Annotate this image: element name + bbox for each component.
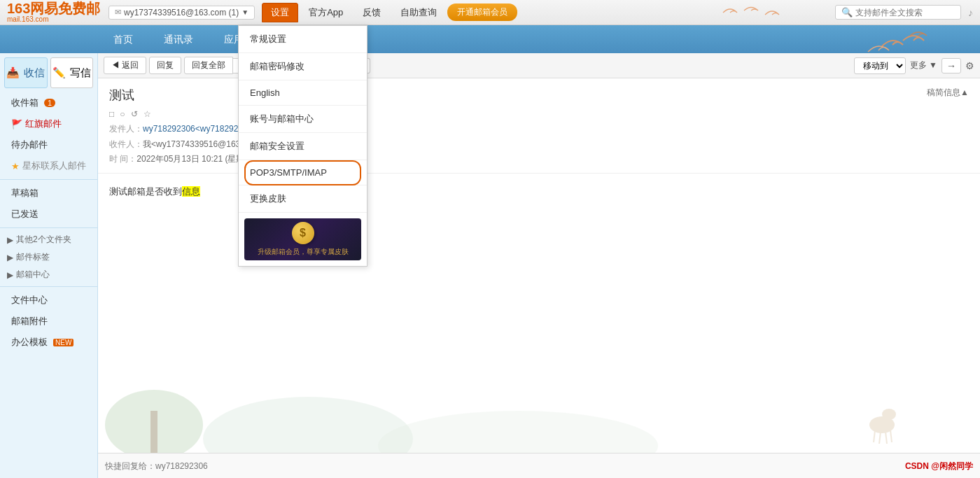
compose-label: 写信 bbox=[70, 66, 91, 80]
header-nav-help[interactable]: 自助查询 bbox=[391, 3, 446, 22]
inbox-label: 收信 bbox=[24, 66, 45, 80]
svg-point-2 bbox=[203, 397, 413, 453]
settings-dropdown: 常规设置 邮箱密码修改 English 账号与邮箱中心 邮箱安全设置 POP3/… bbox=[238, 25, 368, 267]
settings-icon[interactable]: ⚙ bbox=[965, 60, 974, 71]
sidebar-item-todo[interactable]: 待办邮件 bbox=[0, 134, 97, 155]
main-nav: 首页 通讯录 应用中心 未读邮件 bbox=[0, 25, 980, 53]
logo-163: 163网易免费邮 bbox=[7, 1, 100, 15]
main-nav-contacts[interactable]: 通讯录 bbox=[148, 25, 209, 53]
toolbar-right: 移动到 更多 ▼ → ⚙ bbox=[854, 57, 974, 74]
reply-all-button[interactable]: 回复全部 bbox=[184, 57, 233, 74]
search-box[interactable]: 🔍 bbox=[835, 5, 961, 20]
sidebar-templates-label: 办公模板 bbox=[11, 336, 48, 349]
logo: 163网易免费邮 mail.163.com bbox=[7, 1, 105, 23]
svg-point-4 bbox=[869, 416, 895, 433]
birds-decoration bbox=[716, 2, 828, 23]
sidebar-inbox-label: 收件箱 bbox=[11, 97, 38, 109]
dropdown-item-english[interactable]: English bbox=[239, 80, 367, 106]
sidebar-item-templates[interactable]: 办公模板 NEW bbox=[0, 332, 97, 353]
chevron-right-icon-3: ▶ bbox=[7, 270, 13, 280]
sidebar-new-badge: NEW bbox=[53, 339, 74, 346]
main-nav-home[interactable]: 首页 bbox=[98, 25, 148, 53]
sidebar-item-drafts[interactable]: 草稿箱 bbox=[0, 183, 97, 204]
logo-subtitle: mail.163.com bbox=[7, 15, 100, 23]
star-icon: ★ bbox=[11, 161, 20, 171]
sidebar-item-labels[interactable]: ▶ 邮件标签 bbox=[0, 248, 97, 266]
time-label: 时 间： bbox=[109, 154, 136, 164]
email-body-text-before: 测试邮箱是否收到 bbox=[109, 186, 182, 197]
folder-select[interactable]: 移动到 bbox=[854, 57, 906, 74]
email-action-icon-refresh[interactable]: ↺ bbox=[131, 109, 138, 119]
sidebar-item-other-folders[interactable]: ▶ 其他2个文件夹 bbox=[0, 231, 97, 248]
email-action-icon-flag[interactable]: ○ bbox=[120, 109, 125, 119]
dropdown-item-general[interactable]: 常规设置 bbox=[239, 26, 367, 53]
email-action-icon-checkbox[interactable]: □ bbox=[109, 109, 114, 119]
sidebar-item-attachments[interactable]: 邮箱附件 bbox=[0, 311, 97, 332]
email-header: 测试 □ ○ ↺ ☆ 发件人：wy718292306<wy718292306@1… bbox=[98, 78, 980, 174]
sidebar-item-star-contacts[interactable]: ★ 星标联系人邮件 bbox=[0, 155, 97, 176]
search-input[interactable] bbox=[855, 8, 953, 17]
header-email-display[interactable]: ✉ wy17374339516@163.com (1) ▼ bbox=[108, 6, 255, 20]
svg-line-8 bbox=[886, 432, 887, 444]
svg-point-5 bbox=[882, 409, 896, 420]
dropdown-item-security[interactable]: 邮箱安全设置 bbox=[239, 133, 367, 160]
inbox-btn[interactable]: 📥 收信 bbox=[4, 57, 48, 88]
header-nav: 设置 官方App 反馈 自助查询 开通邮箱会员 bbox=[262, 3, 517, 22]
header-right: 🔍 ♪ bbox=[716, 2, 973, 23]
toolbar-more-label[interactable]: 更多 ▼ bbox=[910, 59, 937, 71]
promo-text: 升级邮箱会员，尊享专属皮肤 bbox=[258, 247, 349, 257]
dropdown-item-password[interactable]: 邮箱密码修改 bbox=[239, 53, 367, 80]
quick-reply-input[interactable] bbox=[105, 461, 973, 471]
sidebar-item-sent[interactable]: 已发送 bbox=[0, 204, 97, 225]
sidebar-file-center-label: 文件中心 bbox=[11, 294, 48, 307]
quick-reply-bar bbox=[98, 453, 980, 478]
svg-point-0 bbox=[105, 390, 203, 453]
sidebar-sent-label: 已发送 bbox=[11, 208, 38, 220]
compose-icon: ✏️ bbox=[52, 66, 66, 79]
email-info-link[interactable]: 稿简信息▲ bbox=[927, 87, 969, 99]
header-nav-settings[interactable]: 设置 bbox=[262, 3, 298, 22]
sidebar-sep-2 bbox=[0, 227, 97, 228]
sidebar-inbox-badge: 1 bbox=[44, 99, 55, 107]
reply-button[interactable]: 回复 bbox=[149, 57, 181, 74]
header-nav-feedback[interactable]: 反馈 bbox=[354, 3, 390, 22]
dropdown-skin-promo[interactable]: $ 升级邮箱会员，尊享专属皮肤 bbox=[239, 213, 367, 266]
dropdown-item-pop3[interactable]: POP3/SMTP/IMAP bbox=[239, 160, 367, 185]
csdn-watermark: CSDN @闲然同学 bbox=[905, 461, 973, 472]
sidebar-item-inbox[interactable]: 收件箱 1 bbox=[0, 92, 97, 113]
svg-line-6 bbox=[874, 430, 875, 442]
compose-btn[interactable]: ✏️ 写信 bbox=[50, 57, 94, 88]
sidebar-item-file-center[interactable]: 文件中心 bbox=[0, 290, 97, 311]
header-email-dropdown-icon[interactable]: ▼ bbox=[241, 8, 248, 16]
svg-point-3 bbox=[378, 411, 658, 453]
email-body-highlight: 信息 bbox=[182, 186, 200, 197]
svg-line-9 bbox=[890, 430, 892, 442]
sidebar-star-label: 星标联系人邮件 bbox=[22, 160, 86, 172]
sidebar-attachments-label: 邮箱附件 bbox=[11, 315, 48, 328]
sidebar-todo-label: 待办邮件 bbox=[11, 139, 48, 151]
sidebar-labels-label: 邮件标签 bbox=[16, 251, 50, 263]
sidebar-drafts-label: 草稿箱 bbox=[11, 187, 38, 199]
sidebar-item-mailbox-center[interactable]: ▶ 邮箱中心 bbox=[0, 266, 97, 283]
sidebar: 📥 收信 ✏️ 写信 收件箱 1 🚩 红旗邮件 待办邮件 ★ 星标联系人邮件 草… bbox=[0, 53, 98, 478]
email-action-icon-star[interactable]: ☆ bbox=[144, 109, 151, 119]
dropdown-item-account[interactable]: 账号与邮箱中心 bbox=[239, 106, 367, 133]
search-icon: 🔍 bbox=[841, 7, 853, 17]
vip-button[interactable]: 开通邮箱会员 bbox=[447, 3, 517, 21]
to-label: 收件人： bbox=[109, 139, 143, 149]
promo-coin-icon: $ bbox=[292, 222, 314, 244]
sidebar-flagged-label: 红旗邮件 bbox=[25, 118, 62, 130]
music-icon[interactable]: ♪ bbox=[968, 7, 973, 18]
back-button[interactable]: ◀ 返回 bbox=[104, 57, 146, 74]
from-label: 发件人： bbox=[109, 124, 143, 134]
nav-right-icon[interactable]: → bbox=[941, 58, 961, 73]
dropdown-item-skin[interactable]: 更换皮肤 bbox=[239, 185, 367, 213]
sidebar-sep-1 bbox=[0, 179, 97, 180]
sidebar-item-flagged[interactable]: 🚩 红旗邮件 bbox=[0, 113, 97, 134]
email-body: 测试邮箱是否收到信息 bbox=[98, 174, 980, 211]
header-nav-app[interactable]: 官方App bbox=[300, 3, 352, 22]
chevron-right-icon-2: ▶ bbox=[7, 253, 13, 262]
svg-rect-1 bbox=[150, 411, 158, 453]
header-email-text: wy17374339516@163.com (1) bbox=[124, 8, 239, 17]
email-subject: 测试 bbox=[109, 87, 927, 104]
